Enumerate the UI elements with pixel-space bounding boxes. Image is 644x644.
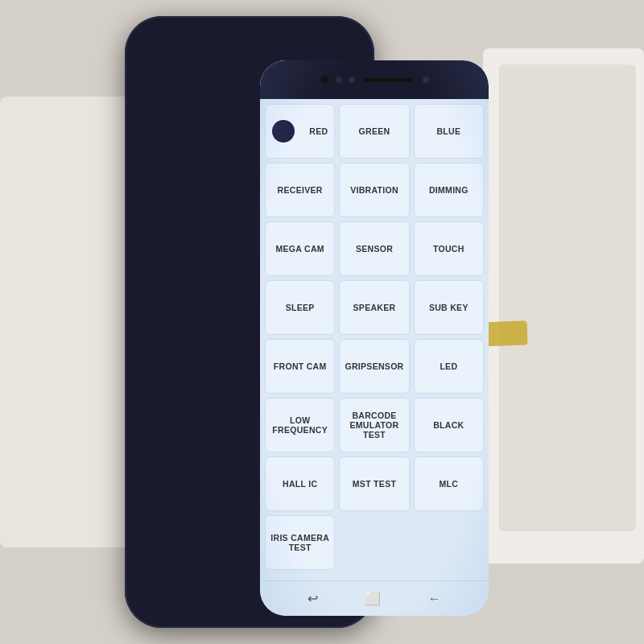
grid-cell-label-speaker: SPEAKER	[353, 303, 396, 312]
grid-cell-iris-camera-test[interactable]: IRIS CAMERA TEST	[265, 515, 335, 570]
grid-cell-gripsensor[interactable]: GRIPSENSOR	[339, 339, 409, 394]
grid-cell-label-led: LED	[440, 361, 457, 371]
speaker-grille	[365, 78, 413, 82]
recents-nav-icon[interactable]: ←	[428, 592, 441, 606]
grid-cell-label-blue: BLUE	[436, 126, 460, 136]
phone-topbar	[260, 60, 489, 99]
sensor-dot-3	[423, 76, 429, 83]
grid-cell-green[interactable]: GREEN	[339, 104, 409, 159]
grid-cell-speaker[interactable]: SPEAKER	[339, 280, 409, 335]
camera-dot	[320, 75, 329, 85]
grid-cell-dimming[interactable]: DIMMING	[414, 163, 484, 217]
back-nav-icon[interactable]: ↩	[308, 591, 318, 606]
grid-cell-label-iris-camera-test: IRIS CAMERA TEST	[269, 533, 331, 552]
grid-cell-label-hall-ic: HALL IC	[283, 479, 317, 489]
grid-cell-sensor[interactable]: SENSOR	[339, 221, 409, 276]
grid-cell-label-dimming: DIMMING	[429, 185, 469, 195]
sensor-dot-2	[349, 76, 355, 83]
grid-cell-label-mega-cam: MEGA CAM	[275, 244, 324, 254]
red-cell-circle	[272, 120, 295, 142]
grid-cell-label-front-cam: FRONT CAM	[274, 361, 327, 371]
grid-cell-red[interactable]: RED	[265, 104, 335, 159]
grid-cell-label-black: BLACK	[433, 420, 464, 430]
grid-cell-blue[interactable]: BLUE	[414, 104, 484, 159]
grid-cell-label-mst-test: MST TEST	[353, 479, 396, 489]
grid-cell-label-touch: TOUCH	[433, 244, 464, 254]
foam-left	[0, 97, 145, 547]
grid-cell-label-sleep: SLEEP	[286, 303, 315, 312]
grid-cell-label-low-frequency: LOW FREQUENCY	[269, 415, 331, 435]
grid-cell-mst-test[interactable]: MST TEST	[339, 456, 409, 511]
grid-cell-label-barcode-emulator-test: BARCODE EMULATOR TEST	[343, 411, 405, 440]
grid-scroll[interactable]: REDGREENBLUERECEIVERVIBRATIONDIMMINGMEGA…	[260, 99, 489, 580]
grid-cell-receiver[interactable]: RECEIVER	[265, 163, 335, 217]
grid-cell-label-vibration: VIBRATION	[350, 185, 398, 195]
phone-screen: REDGREENBLUERECEIVERVIBRATIONDIMMINGMEGA…	[260, 60, 489, 616]
grid-cell-barcode-emulator-test[interactable]: BARCODE EMULATOR TEST	[339, 398, 409, 452]
phone-outer: REDGREENBLUERECEIVERVIBRATIONDIMMINGMEGA…	[125, 16, 374, 628]
grid-cell-label-red: RED	[309, 126, 328, 136]
foam-right-inner	[499, 64, 636, 531]
grid-cell-vibration[interactable]: VIBRATION	[339, 163, 409, 217]
grid-cell-front-cam[interactable]: FRONT CAM	[265, 339, 335, 394]
grid-cell-touch[interactable]: TOUCH	[414, 221, 484, 276]
grid-cell-black[interactable]: BLACK	[414, 398, 484, 452]
test-grid: REDGREENBLUERECEIVERVIBRATIONDIMMINGMEGA…	[260, 99, 489, 575]
grid-cell-label-mlc: MLC	[440, 479, 459, 489]
grid-cell-label-sensor: SENSOR	[356, 244, 393, 254]
grid-cell-label-gripsensor: GRIPSENSOR	[345, 361, 403, 371]
grid-cell-label-green: GREEN	[359, 126, 390, 136]
home-nav-icon[interactable]: ⬜	[365, 591, 381, 606]
grid-cell-sub-key[interactable]: SUB KEY	[414, 280, 484, 335]
grid-cell-label-receiver: RECEIVER	[278, 185, 323, 195]
grid-cell-label-sub-key: SUB KEY	[429, 303, 469, 312]
grid-cell-sleep[interactable]: SLEEP	[265, 280, 335, 335]
grid-cell-hall-ic[interactable]: HALL IC	[265, 456, 335, 511]
grid-cell-low-frequency[interactable]: LOW FREQUENCY	[265, 398, 335, 452]
phone-bottombar: ↩ ⬜ ←	[260, 580, 489, 616]
grid-cell-mlc[interactable]: MLC	[414, 456, 484, 511]
grid-cell-mega-cam[interactable]: MEGA CAM	[265, 221, 335, 276]
scene: REDGREENBLUERECEIVERVIBRATIONDIMMINGMEGA…	[0, 0, 644, 644]
sensor-dot	[336, 76, 342, 83]
grid-cell-led[interactable]: LED	[414, 339, 484, 394]
